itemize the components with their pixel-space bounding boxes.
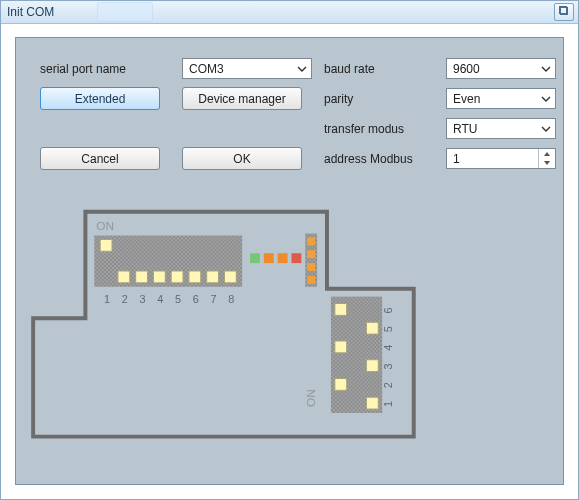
transfer-modus-value: RTU [453,122,477,136]
status-led-3 [278,253,288,263]
parity-select[interactable]: Even [446,88,556,109]
dip-h-number: 1 [104,293,110,305]
close-button[interactable] [554,3,574,21]
dip-v-number: 1 [382,401,394,407]
dip-h-switch-5 [171,271,183,283]
dip-v-number: 4 [382,345,394,351]
status-led-2 [264,253,274,263]
mini-led-2 [307,250,315,258]
dip-v-number: 3 [382,364,394,370]
dip-h-number: 5 [175,293,181,305]
dip-h-number: 8 [228,293,234,305]
dialog-body: serial port name COM3 baud rate 9600 Ext… [15,37,564,485]
close-icon [559,5,569,19]
dip-v-number: 2 [382,382,394,388]
chevron-down-icon [541,94,551,104]
dip-v-switch-2 [335,378,347,390]
dip-h-switch-3 [136,271,148,283]
svg-rect-5 [94,235,242,286]
dip-h-switch-8 [224,271,236,283]
cancel-button-label: Cancel [81,152,118,166]
dip-v-switch-5 [366,322,378,334]
chevron-down-icon [541,124,551,134]
transfer-modus-select[interactable]: RTU [446,118,556,139]
dip-v-switch-1 [366,397,378,409]
dip-on-label-v: ON [304,389,318,407]
extended-button-label: Extended [75,92,126,106]
dip-v-switch-3 [366,360,378,372]
dip-h-switch-2 [118,271,130,283]
dialog-window: Init COM serial port name COM3 baud rate… [0,0,579,500]
status-led-4 [291,253,301,263]
address-modbus-spinner[interactable]: 1 [446,148,556,169]
label-baud-rate: baud rate [324,62,434,76]
form-grid: serial port name COM3 baud rate 9600 Ext… [40,58,539,170]
dip-h-number: 4 [157,293,163,305]
mini-led-1 [307,237,315,245]
spinner-up-button[interactable] [539,149,555,159]
dip-on-label-h: ON [96,219,114,233]
status-led-1 [250,253,260,263]
dip-v-switch-6 [335,304,347,316]
mini-led-4 [307,276,315,284]
dip-v-switch-4 [335,341,347,353]
address-modbus-value: 1 [447,152,538,166]
ok-button-label: OK [233,152,250,166]
mini-led-3 [307,263,315,271]
baud-rate-value: 9600 [453,62,480,76]
dip-diagram: ON 12345678 123456 ON [18,200,561,482]
serial-port-select[interactable]: COM3 [182,58,312,79]
label-parity: parity [324,92,434,106]
cancel-button[interactable]: Cancel [40,147,160,170]
dip-h-number: 3 [140,293,146,305]
dip-h-switch-1 [100,239,112,251]
serial-port-value: COM3 [189,62,224,76]
dip-h-number: 6 [193,293,199,305]
chevron-down-icon [297,64,307,74]
device-manager-button-label: Device manager [198,92,285,106]
titlebar: Init COM [1,1,578,24]
dip-h-switch-7 [207,271,219,283]
spacer [40,127,312,131]
dip-h-number: 2 [122,293,128,305]
dip-v-number: 5 [382,326,394,332]
background-tab [97,2,153,22]
device-manager-button[interactable]: Device manager [182,87,302,110]
extended-button[interactable]: Extended [40,87,160,110]
parity-value: Even [453,92,480,106]
dip-h-switch-4 [153,271,165,283]
label-transfer-modus: transfer modus [324,122,434,136]
dip-h-switch-6 [189,271,201,283]
label-serial-port: serial port name [40,62,170,76]
spinner-arrows [538,149,555,168]
label-address-modbus: address Modbus [324,152,434,166]
ok-button[interactable]: OK [182,147,302,170]
dip-h-number: 7 [211,293,217,305]
spinner-down-button[interactable] [539,159,555,169]
dip-v-number: 6 [382,307,394,313]
baud-rate-select[interactable]: 9600 [446,58,556,79]
window-title: Init COM [7,5,54,19]
chevron-down-icon [541,64,551,74]
